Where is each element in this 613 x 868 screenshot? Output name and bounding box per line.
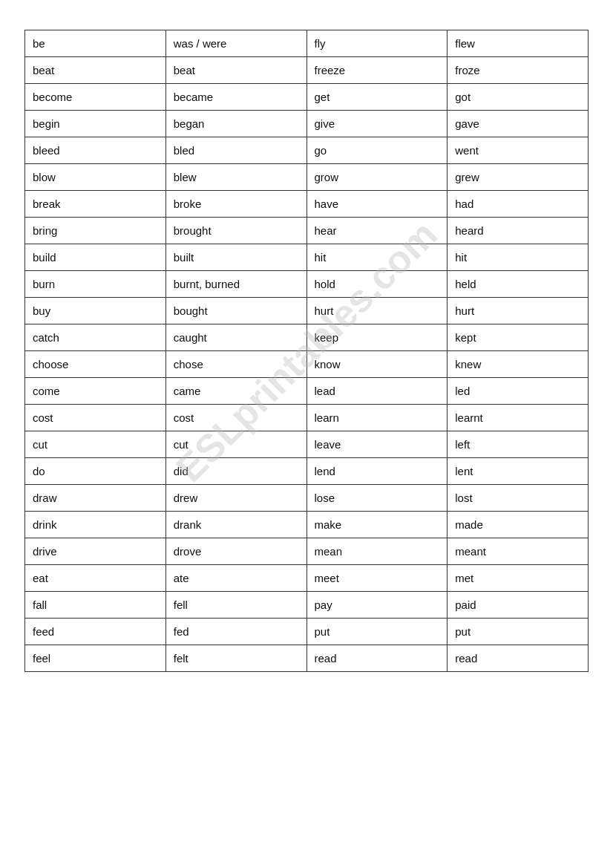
table-row: costcostlearnlearnt — [25, 405, 589, 431]
cell-r19-c1: drove — [165, 538, 306, 565]
cell-r16-c0: do — [25, 458, 166, 485]
table-row: feelfeltreadread — [25, 645, 589, 672]
cell-r20-c3: met — [448, 565, 589, 592]
cell-r5-c1: blew — [165, 164, 306, 191]
table-row: burnburnt, burnedholdheld — [25, 271, 589, 298]
cell-r19-c3: meant — [448, 538, 589, 565]
cell-r22-c2: put — [306, 619, 448, 645]
table-row: bringbroughthearheard — [25, 218, 589, 244]
cell-r1-c3: froze — [448, 57, 589, 84]
cell-r16-c2: lend — [306, 458, 448, 485]
cell-r7-c2: hear — [306, 218, 448, 244]
cell-r23-c3: read — [448, 645, 589, 672]
table-row: catchcaughtkeepkept — [25, 324, 589, 351]
cell-r12-c3: knew — [448, 351, 589, 378]
cell-r11-c1: caught — [165, 324, 306, 351]
cell-r2-c2: get — [306, 84, 448, 111]
table-row: bewas / wereflyflew — [25, 30, 589, 57]
table-row: beatbeatfreezefroze — [25, 57, 589, 84]
cell-r4-c1: bled — [165, 137, 306, 164]
cell-r14-c1: cost — [165, 405, 306, 431]
cell-r9-c2: hold — [306, 271, 448, 298]
table-row: comecameleadled — [25, 378, 589, 405]
cell-r12-c0: choose — [25, 351, 166, 378]
cell-r14-c2: learn — [306, 405, 448, 431]
cell-r20-c2: meet — [306, 565, 448, 592]
table-row: breakbrokehavehad — [25, 191, 589, 218]
cell-r9-c1: burnt, burned — [165, 271, 306, 298]
table-row: choosechoseknowknew — [25, 351, 589, 378]
cell-r9-c3: held — [448, 271, 589, 298]
cell-r18-c0: drink — [25, 512, 166, 538]
cell-r22-c0: feed — [25, 619, 166, 645]
irregular-verbs-table: bewas / wereflyflewbeatbeatfreezefrozebe… — [24, 30, 589, 672]
table-row: cutcutleaveleft — [25, 431, 589, 458]
cell-r8-c3: hit — [448, 244, 589, 271]
cell-r16-c3: lent — [448, 458, 589, 485]
cell-r17-c0: draw — [25, 485, 166, 512]
cell-r20-c1: ate — [165, 565, 306, 592]
cell-r5-c2: grow — [306, 164, 448, 191]
cell-r12-c2: know — [306, 351, 448, 378]
cell-r10-c1: bought — [165, 298, 306, 324]
cell-r22-c3: put — [448, 619, 589, 645]
cell-r18-c2: make — [306, 512, 448, 538]
cell-r4-c2: go — [306, 137, 448, 164]
cell-r15-c2: leave — [306, 431, 448, 458]
cell-r6-c0: break — [25, 191, 166, 218]
cell-r8-c0: build — [25, 244, 166, 271]
cell-r7-c0: bring — [25, 218, 166, 244]
cell-r11-c3: kept — [448, 324, 589, 351]
cell-r2-c3: got — [448, 84, 589, 111]
table-row: drawdrewloselost — [25, 485, 589, 512]
cell-r19-c0: drive — [25, 538, 166, 565]
cell-r5-c0: blow — [25, 164, 166, 191]
cell-r18-c3: made — [448, 512, 589, 538]
cell-r6-c3: had — [448, 191, 589, 218]
cell-r9-c0: burn — [25, 271, 166, 298]
cell-r3-c2: give — [306, 111, 448, 137]
table-row: dodidlendlent — [25, 458, 589, 485]
cell-r13-c2: lead — [306, 378, 448, 405]
cell-r14-c3: learnt — [448, 405, 589, 431]
cell-r17-c3: lost — [448, 485, 589, 512]
cell-r8-c1: built — [165, 244, 306, 271]
cell-r13-c0: come — [25, 378, 166, 405]
cell-r7-c3: heard — [448, 218, 589, 244]
table-row: becomebecamegetgot — [25, 84, 589, 111]
cell-r7-c1: brought — [165, 218, 306, 244]
cell-r6-c1: broke — [165, 191, 306, 218]
cell-r2-c1: became — [165, 84, 306, 111]
cell-r17-c1: drew — [165, 485, 306, 512]
cell-r21-c2: pay — [306, 592, 448, 619]
table-row: eatatemeetmet — [25, 565, 589, 592]
cell-r16-c1: did — [165, 458, 306, 485]
cell-r10-c2: hurt — [306, 298, 448, 324]
cell-r3-c1: began — [165, 111, 306, 137]
cell-r17-c2: lose — [306, 485, 448, 512]
cell-r4-c3: went — [448, 137, 589, 164]
cell-r23-c0: feel — [25, 645, 166, 672]
cell-r20-c0: eat — [25, 565, 166, 592]
cell-r15-c0: cut — [25, 431, 166, 458]
cell-r14-c0: cost — [25, 405, 166, 431]
cell-r23-c2: read — [306, 645, 448, 672]
cell-r19-c2: mean — [306, 538, 448, 565]
cell-r11-c0: catch — [25, 324, 166, 351]
verb-table-wrapper: ESLprintables.com bewas / wereflyflewbea… — [24, 30, 589, 672]
table-row: blowblewgrowgrew — [25, 164, 589, 191]
cell-r11-c2: keep — [306, 324, 448, 351]
cell-r0-c0: be — [25, 30, 166, 57]
cell-r0-c1: was / were — [165, 30, 306, 57]
table-row: bleedbledgowent — [25, 137, 589, 164]
cell-r21-c0: fall — [25, 592, 166, 619]
cell-r21-c3: paid — [448, 592, 589, 619]
cell-r21-c1: fell — [165, 592, 306, 619]
cell-r18-c1: drank — [165, 512, 306, 538]
table-row: beginbegangivegave — [25, 111, 589, 137]
cell-r0-c2: fly — [306, 30, 448, 57]
cell-r4-c0: bleed — [25, 137, 166, 164]
cell-r10-c0: buy — [25, 298, 166, 324]
cell-r2-c0: become — [25, 84, 166, 111]
cell-r23-c1: felt — [165, 645, 306, 672]
